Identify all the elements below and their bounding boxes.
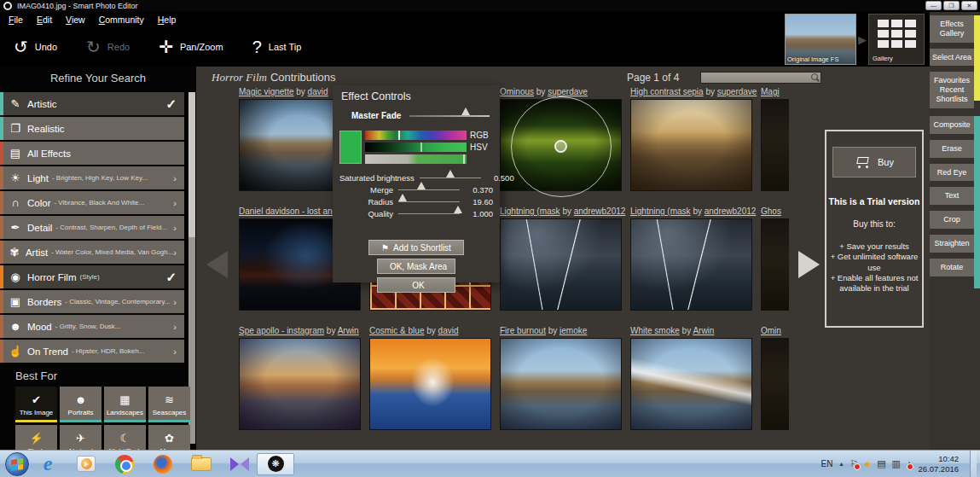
menu-item[interactable]: View: [66, 15, 85, 25]
rgb-marker[interactable]: [398, 131, 400, 140]
master-fade-slider[interactable]: [409, 115, 490, 117]
gallery-thumbnail[interactable]: Gallery: [868, 14, 925, 65]
slider-track[interactable]: [398, 189, 460, 190]
sidebar-item[interactable]: ▤ All Effects: [0, 142, 184, 165]
effect-title-link[interactable]: Cosmic & blue: [369, 326, 424, 335]
effect-title-link[interactable]: Lightning (mask: [630, 207, 691, 216]
effect-title-link[interactable]: Magic vignette: [239, 87, 293, 96]
dialog-button[interactable]: OK, Mask Area: [377, 259, 455, 274]
author-link[interactable]: jemoke: [560, 326, 587, 335]
previous-page-arrow[interactable]: [206, 251, 228, 278]
gallery-item[interactable]: Lightning (mask by andrewb2012: [500, 207, 622, 311]
tool-button[interactable]: Red Eye: [930, 164, 974, 182]
language-indicator[interactable]: EN: [821, 459, 832, 468]
tool-button[interactable]: Straighten: [930, 235, 974, 253]
author-link[interactable]: david: [308, 87, 328, 96]
sidebar-item[interactable]: ☻ Mood - Gritty, Snow, Dusk... ›: [0, 315, 184, 338]
close-button[interactable]: ✕: [961, 1, 977, 10]
effect-thumbnail[interactable]: [761, 218, 789, 311]
author-link[interactable]: andrewb2012: [705, 207, 757, 216]
effect-title-link[interactable]: Magi: [761, 87, 780, 96]
firefox-icon[interactable]: [149, 453, 177, 475]
tool-button[interactable]: Effects Gallery: [930, 15, 974, 43]
effect-thumbnail[interactable]: [239, 338, 361, 430]
scrollbar-thumb[interactable]: [188, 92, 195, 237]
tool-button[interactable]: Text: [930, 187, 974, 205]
effect-thumbnail[interactable]: [369, 338, 491, 430]
gallery-item[interactable]: White smoke by Arwin: [630, 326, 752, 430]
slider-track[interactable]: [420, 177, 481, 178]
effect-thumbnail[interactable]: [761, 338, 789, 430]
gallery-item[interactable]: Fire burnout by jemoke: [500, 326, 622, 430]
hidden-icons-arrow[interactable]: ▴: [839, 460, 843, 468]
slider-track[interactable]: [398, 213, 460, 214]
mask-radius-circle[interactable]: [511, 96, 612, 197]
effect-thumbnail[interactable]: [630, 338, 752, 430]
toolbar-button[interactable]: ↺ Undo: [14, 38, 57, 55]
buy-button[interactable]: Buy: [832, 147, 916, 177]
gallery-item[interactable]: Lightning (mask by andrewb2012: [630, 207, 752, 311]
gallery-item[interactable]: Omin: [761, 326, 789, 430]
author-link[interactable]: Arwin: [693, 326, 714, 335]
minimize-button[interactable]: —: [925, 1, 942, 10]
effect-title-link[interactable]: White smoke: [630, 326, 680, 335]
gallery-item[interactable]: Spe apollo - instagram by Arwin: [239, 326, 361, 430]
sidebar-item[interactable]: ✒ Detail - Contrast, Sharpen, Depth of F…: [0, 216, 184, 239]
sidebar-item[interactable]: ◉ Horror Film (Style) ✓: [0, 265, 184, 288]
effect-title-link[interactable]: Omin: [761, 326, 781, 335]
author-link[interactable]: superdave: [548, 87, 588, 96]
original-image-thumbnail[interactable]: Original Image FS: [785, 14, 856, 65]
slider-thumb[interactable]: [417, 182, 426, 189]
chrome-icon[interactable]: [111, 453, 138, 475]
gallery-item[interactable]: Ghos: [761, 207, 789, 311]
dialog-button[interactable]: OK: [377, 277, 455, 293]
toolbar-button[interactable]: ✛ Pan/Zoom: [159, 38, 223, 55]
tool-button[interactable]: Composite: [930, 116, 974, 134]
value-marker[interactable]: [463, 154, 465, 164]
sidebar-item[interactable]: ✾ Artist - Water Color, Mixed Media, Van…: [0, 241, 184, 264]
internet-explorer-icon[interactable]: e: [34, 453, 61, 475]
slider-thumb[interactable]: [454, 206, 462, 213]
effect-thumbnail[interactable]: [630, 99, 752, 191]
value-gradient-bar[interactable]: [365, 154, 467, 164]
tool-button[interactable]: Select Area: [930, 49, 974, 67]
hsv-gradient-bar[interactable]: [365, 143, 467, 152]
photo-editor-taskbar-button[interactable]: ❋: [257, 453, 294, 475]
sidebar-item[interactable]: ☀ Light - Brighten, High Key, Low Key...…: [0, 166, 184, 189]
action-center-icon[interactable]: ⚐: [850, 459, 858, 468]
update-icon[interactable]: ●: [864, 458, 871, 469]
effect-title-link[interactable]: Daniel davidson - lost and: [239, 207, 337, 216]
tool-button[interactable]: Erase: [930, 140, 974, 158]
search-icon[interactable]: [809, 73, 820, 83]
hsv-marker[interactable]: [420, 143, 422, 152]
slider-thumb[interactable]: [398, 194, 407, 201]
video-player-icon[interactable]: [226, 453, 253, 475]
effect-thumbnail[interactable]: [630, 218, 752, 311]
tool-button[interactable]: Rotate: [930, 259, 974, 276]
media-player-icon[interactable]: [72, 453, 100, 475]
rgb-gradient-bar[interactable]: [365, 131, 467, 140]
master-fade-thumb[interactable]: [461, 108, 470, 115]
menu-item[interactable]: Edit: [37, 15, 52, 25]
devices-icon[interactable]: ▤: [877, 459, 885, 468]
next-page-arrow[interactable]: [798, 251, 820, 278]
explorer-icon[interactable]: [188, 453, 215, 475]
show-desktop-button[interactable]: [970, 451, 977, 477]
start-button[interactable]: [3, 453, 31, 475]
effect-title-link[interactable]: Ghos: [761, 207, 781, 216]
author-link[interactable]: david: [438, 326, 459, 335]
menu-item[interactable]: File: [9, 15, 23, 25]
clock[interactable]: 10:42 26.07.2016: [918, 454, 959, 474]
effect-title-link[interactable]: Lightning (mask: [500, 207, 560, 216]
mask-center-handle[interactable]: [554, 140, 567, 153]
toolbar-button[interactable]: ? Last Tip: [252, 38, 302, 55]
gallery-item[interactable]: Cosmic & blue by david: [369, 326, 491, 430]
tool-button[interactable]: Crop: [930, 211, 974, 229]
effect-thumbnail[interactable]: [500, 338, 622, 430]
toolbar-button[interactable]: ↻ Redo: [86, 38, 130, 55]
author-link[interactable]: superdave: [717, 87, 757, 96]
gallery-item[interactable]: Magi: [761, 87, 789, 191]
color-swatch[interactable]: [339, 131, 362, 164]
display-icon[interactable]: ▥: [892, 459, 901, 468]
effect-title-link[interactable]: High contrast sepia: [630, 87, 704, 96]
